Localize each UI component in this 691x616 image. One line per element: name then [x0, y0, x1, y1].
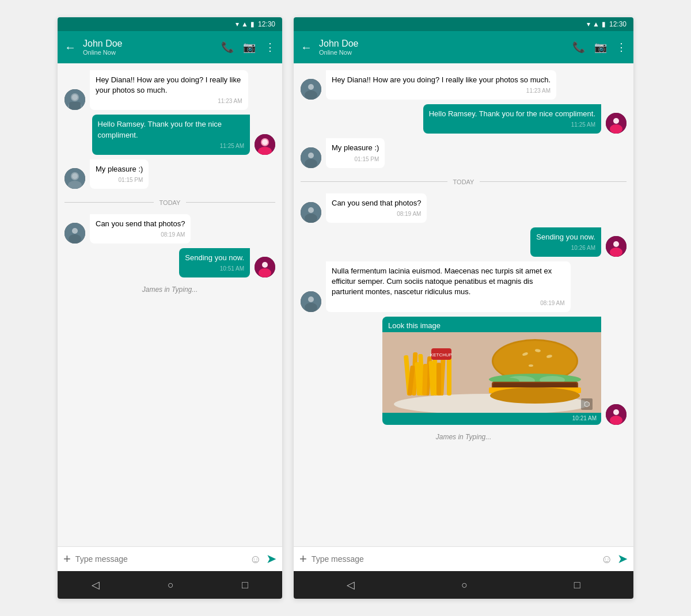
svg-point-26 — [308, 153, 314, 158]
bubble-time-2-2: 11:25 AM — [429, 121, 595, 129]
bubble-text-5: Sending you now. — [185, 253, 244, 262]
battery-icon: ▮ — [250, 20, 255, 28]
emoji-button-1[interactable]: ☺ — [250, 553, 261, 566]
message-input-1[interactable] — [75, 552, 245, 566]
send-button-2[interactable]: ➤ — [617, 552, 628, 566]
food-image[interactable]: KETCHUP — [382, 332, 601, 413]
header-info-1: John Doe Online Now — [83, 39, 214, 56]
typing-indicator-1: James in Typing... — [64, 286, 275, 294]
bubble-text-2-4: Can you send that photos? — [332, 199, 421, 207]
back-button-2[interactable]: ← — [301, 41, 312, 54]
message-row-2-1: Hey Diana!! How are you doing? I really … — [301, 70, 627, 100]
bubble-time-2: 11:25 AM — [98, 142, 245, 150]
nav-home-1[interactable]: ○ — [163, 575, 179, 596]
nav-home-2[interactable]: ○ — [457, 575, 472, 596]
svg-point-27 — [305, 159, 317, 168]
video-call-icon-1[interactable]: 📷 — [243, 41, 256, 54]
status-time-2: 12:30 — [609, 20, 627, 28]
bubble-text-2: Hello Ramsey. Thank you for the nice com… — [98, 120, 222, 139]
emoji-button-2[interactable]: ☺ — [601, 553, 613, 566]
svg-point-21 — [305, 90, 317, 100]
today-divider-2: TODAY — [301, 178, 627, 185]
input-bar-1: + ☺ ➤ — [58, 546, 282, 571]
svg-point-24 — [610, 124, 622, 134]
more-options-icon-1[interactable]: ⋮ — [265, 41, 275, 54]
bubble-sent-2-1: Hello Ramsey. Thank you for the nice com… — [423, 104, 601, 134]
svg-point-61 — [529, 364, 533, 367]
svg-point-33 — [610, 248, 622, 257]
message-row-2-6: Nulla fermentum lacinia euismod. Maecena… — [301, 261, 627, 312]
message-row-2-7: Look this image — [301, 317, 627, 425]
nav-back-1[interactable]: ◁ — [87, 574, 104, 596]
message-input-2[interactable] — [312, 552, 597, 566]
bubble-time-5: 10:51 AM — [185, 265, 244, 273]
svg-point-30 — [305, 214, 317, 223]
contact-status-2: Online Now — [319, 49, 565, 56]
message-row-2-5: Sending you now. 10:26 AM — [301, 227, 627, 257]
bubble-text-3: My pleasure :) — [96, 165, 143, 173]
contact-name-2: John Doe — [319, 39, 565, 49]
svg-point-32 — [613, 241, 619, 247]
bubble-time-2-3: 01:15 PM — [332, 155, 379, 163]
bubble-received-2: My pleasure :) 01:15 PM — [90, 159, 149, 189]
typing-indicator-2: James in Typing... — [301, 433, 627, 441]
svg-rect-48 — [447, 354, 451, 396]
svg-point-35 — [308, 296, 314, 302]
phone-2: ▾ ▲ ▮ 12:30 ← John Doe Online Now 📞 📷 ⋮ — [294, 17, 633, 599]
back-button-1[interactable]: ← — [64, 41, 76, 54]
message-row-2: Hello Ramsey. Thank you for the nice com… — [64, 115, 275, 154]
wifi-icon: ▾ — [236, 20, 239, 28]
message-row-2-4: Can you send that photos? 08:19 AM — [301, 193, 627, 223]
message-row-5: Sending you now. 10:51 AM — [64, 248, 275, 277]
avatar-received-2 — [64, 168, 85, 189]
attach-button-2[interactable]: + — [299, 552, 307, 566]
bubble-received-1: Hey Diana!! How are you doing? I really … — [90, 70, 248, 110]
image-bubble-1: Look this image — [382, 317, 601, 425]
bubble-sent-2-2: Sending you now. 10:26 AM — [530, 227, 601, 257]
svg-point-36 — [305, 303, 317, 312]
bubble-received-2-1: Hey Diana!! How are you doing? I really … — [326, 70, 556, 100]
svg-point-8 — [262, 139, 268, 145]
attach-button-1[interactable]: + — [63, 552, 71, 566]
phone-call-icon-1[interactable]: 📞 — [221, 41, 234, 54]
status-time-1: 12:30 — [258, 20, 275, 28]
svg-point-3 — [72, 94, 78, 100]
bubble-text-2-3: My pleasure :) — [332, 143, 379, 152]
signal-icon: ▲ — [241, 20, 248, 28]
today-divider-1: TODAY — [64, 199, 275, 206]
header-actions-1: 📞 📷 ⋮ — [221, 41, 275, 54]
nav-recent-1[interactable]: □ — [237, 575, 253, 596]
send-button-1[interactable]: ➤ — [266, 552, 276, 566]
signal-icon-2: ▲ — [593, 20, 599, 28]
more-options-icon-2[interactable]: ⋮ — [616, 41, 627, 54]
input-bar-2: + ☺ ➤ — [294, 546, 633, 571]
bubble-received-2-2: My pleasure :) 01:15 PM — [326, 138, 385, 168]
bubble-received-2-3: Can you send that photos? 08:19 AM — [326, 193, 427, 223]
avatar-sent-2-3 — [606, 404, 627, 425]
bubble-text-2-2: Hello Ramsey. Thank you for the nice com… — [429, 109, 595, 118]
status-bar-1: ▾ ▲ ▮ 12:30 — [58, 17, 282, 31]
chat-area-2: Hey Diana!! How are you doing? I really … — [294, 63, 633, 546]
phone-call-icon-2[interactable]: 📞 — [572, 41, 585, 54]
avatar-received-2-3 — [301, 202, 321, 223]
header-actions-2: 📞 📷 ⋮ — [572, 41, 627, 54]
nav-back-2[interactable]: ◁ — [342, 574, 359, 596]
svg-rect-53 — [436, 363, 441, 396]
header-1: ← John Doe Online Now 📞 📷 ⋮ — [58, 31, 282, 63]
svg-point-17 — [262, 262, 268, 268]
bubble-sent-2: Sending you now. 10:51 AM — [179, 248, 250, 277]
bubble-text-2-5: Sending you now. — [536, 233, 595, 241]
bubble-text-2-6: Nulla fermentum lacinia euismod. Maecena… — [332, 267, 552, 296]
bubble-time-2-1: 11:23 AM — [332, 87, 550, 95]
svg-point-18 — [259, 268, 271, 277]
video-call-icon-2[interactable]: 📷 — [594, 41, 607, 54]
message-row-2-2: Hello Ramsey. Thank you for the nice com… — [301, 104, 627, 134]
svg-point-69 — [490, 387, 580, 404]
nav-recent-2[interactable]: □ — [569, 575, 585, 596]
bubble-time-2-6: 08:19 AM — [332, 299, 565, 307]
status-bar-2: ▾ ▲ ▮ 12:30 — [294, 17, 633, 31]
svg-point-23 — [613, 118, 619, 124]
bubble-text-2-1: Hey Diana!! How are you doing? I really … — [332, 75, 550, 84]
bubble-text-1: Hey Diana!! How are you doing? I really … — [96, 75, 241, 94]
status-icons-2: ▾ ▲ ▮ — [587, 20, 606, 28]
